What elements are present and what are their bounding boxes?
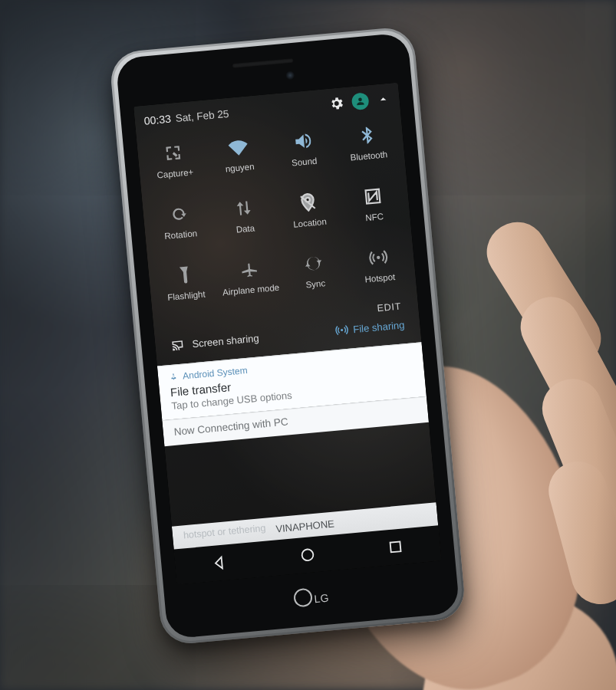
qs-tile-rotation[interactable]: Rotation	[145, 195, 215, 261]
qs-tile-label: Rotation	[164, 228, 198, 241]
phone-bezel: 00:33 Sat, Feb 25 Capture+nguyenSoun	[115, 32, 460, 639]
qs-tile-label: NFC	[365, 212, 384, 222]
qs-tile-airplane[interactable]: Airplane mode	[216, 250, 285, 317]
file-sharing-label: File sharing	[353, 319, 405, 335]
back-icon	[210, 554, 229, 572]
quick-settings: Capture+nguyenSoundBluetoothRotationData…	[137, 113, 422, 366]
qs-tile-nfc[interactable]: NFC	[339, 177, 409, 244]
qs-tile-label: Capture+	[156, 167, 194, 179]
qs-tile-label: Location	[293, 217, 327, 229]
cast-icon	[170, 337, 186, 353]
wifi-icon	[226, 135, 251, 160]
carrier-name: VINAPHONE	[275, 518, 335, 534]
screen-sharing-label: Screen sharing	[192, 332, 259, 350]
qs-tile-capture-plus[interactable]: Capture+	[140, 134, 209, 201]
qs-tile-sound[interactable]: Sound	[268, 122, 338, 189]
qs-tile-label: Sync	[305, 278, 326, 289]
qs-tile-label: Airplane mode	[222, 283, 280, 297]
home-button[interactable]	[295, 543, 321, 568]
airplane-icon	[236, 257, 262, 282]
status-date: Sat, Feb 25	[175, 107, 229, 123]
recents-icon	[387, 537, 405, 556]
qs-tile-sync[interactable]: Sync	[280, 245, 350, 311]
data-icon	[231, 196, 256, 221]
qs-tile-label: nguyen	[225, 162, 255, 173]
capture-plus-icon	[161, 140, 186, 166]
front-sensor	[285, 71, 295, 80]
background-text: hotspot or tethering	[183, 523, 266, 541]
sync-icon	[301, 251, 327, 276]
flashlight-icon	[172, 263, 197, 288]
usb-icon	[169, 372, 179, 382]
svg-rect-1	[390, 541, 401, 552]
qs-tile-label: Bluetooth	[350, 150, 387, 162]
chevron-up-icon[interactable]	[376, 92, 391, 107]
qs-tile-bluetooth[interactable]: Bluetooth	[334, 117, 404, 183]
qs-tile-data[interactable]: Data	[209, 189, 279, 256]
sound-icon	[290, 129, 315, 154]
edit-button[interactable]: EDIT	[377, 301, 402, 314]
home-icon	[298, 546, 317, 564]
broadcast-icon	[334, 323, 350, 338]
svg-point-0	[301, 549, 314, 561]
clock: 00:33	[143, 113, 171, 127]
file-sharing-button[interactable]: File sharing	[334, 317, 405, 337]
hotspot-icon	[366, 245, 391, 271]
rotation-icon	[166, 202, 192, 227]
recents-button[interactable]	[384, 534, 409, 560]
screen-sharing-button[interactable]: Screen sharing	[170, 330, 260, 352]
qs-tile-label: Sound	[292, 156, 318, 168]
notification-secondary-text: Now Connecting with PC	[173, 416, 288, 437]
location-icon	[295, 190, 321, 215]
qs-tile-label: Data	[236, 223, 255, 234]
phone: 00:33 Sat, Feb 25 Capture+nguyenSoun	[109, 26, 467, 646]
nfc-icon	[360, 184, 385, 209]
screen: 00:33 Sat, Feb 25 Capture+nguyenSoun	[133, 83, 441, 585]
qs-tile-hotspot[interactable]: Hotspot	[344, 238, 414, 305]
user-avatar[interactable]	[351, 92, 370, 110]
back-button[interactable]	[207, 550, 232, 576]
qs-tile-flashlight[interactable]: Flashlight	[151, 256, 221, 323]
qs-tile-wifi[interactable]: nguyen	[204, 128, 274, 195]
qs-tile-location[interactable]: Location	[275, 183, 344, 250]
earpiece	[232, 58, 294, 68]
settings-icon[interactable]	[328, 95, 345, 112]
bluetooth-icon	[354, 123, 380, 148]
qs-tile-label: Hotspot	[364, 272, 396, 284]
qs-tile-label: Flashlight	[167, 290, 206, 302]
